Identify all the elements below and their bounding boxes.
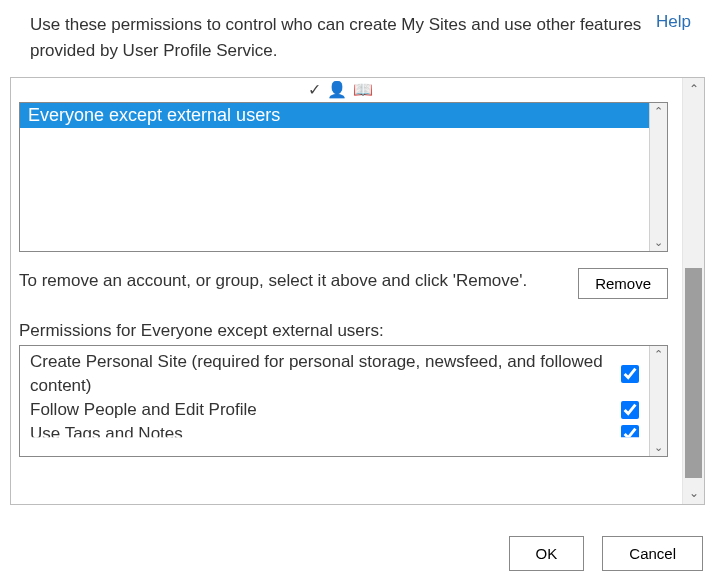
permissions-scrollbar[interactable]: ⌃ ⌄ — [649, 346, 667, 456]
cancel-button[interactable]: Cancel — [602, 536, 703, 571]
scroll-up-icon[interactable]: ⌃ — [689, 78, 699, 100]
permission-checkbox[interactable] — [621, 425, 639, 443]
permission-label: Create Personal Site (required for perso… — [30, 350, 611, 398]
scroll-down-icon[interactable]: ⌄ — [654, 234, 663, 251]
permissions-panel: ✓👤📖 Everyone except external users ⌃ ⌄ T… — [10, 77, 705, 505]
remove-button[interactable]: Remove — [578, 268, 668, 299]
checknames-icon[interactable]: ✓👤 — [308, 81, 353, 98]
ok-button[interactable]: OK — [509, 536, 585, 571]
help-link[interactable]: Help — [656, 12, 695, 63]
dialog-buttons: OK Cancel — [509, 536, 703, 571]
addressbook-icon[interactable]: 📖 — [353, 81, 379, 98]
permission-checkbox[interactable] — [621, 401, 639, 419]
permissions-label: Permissions for Everyone except external… — [19, 321, 668, 341]
account-listbox[interactable]: Everyone except external users ⌃ ⌄ — [19, 102, 668, 252]
account-item-selected[interactable]: Everyone except external users — [20, 103, 649, 128]
permission-label: Use Tags and Notes — [30, 422, 611, 446]
scroll-down-icon[interactable]: ⌄ — [689, 482, 699, 504]
permission-checkbox[interactable] — [621, 365, 639, 383]
permission-label: Follow People and Edit Profile — [30, 398, 611, 422]
permissions-listbox[interactable]: Create Personal Site (required for perso… — [19, 345, 668, 457]
panel-scrollbar[interactable]: ⌃ ⌄ — [682, 78, 704, 504]
remove-instruction: To remove an account, or group, select i… — [19, 268, 562, 299]
page-description: Use these permissions to control who can… — [30, 12, 644, 63]
scrollbar-thumb[interactable] — [685, 268, 702, 478]
permission-row[interactable]: Create Personal Site (required for perso… — [30, 350, 645, 398]
permission-row[interactable]: Use Tags and Notes — [30, 422, 645, 446]
people-picker-toolbar: ✓👤📖 — [19, 78, 668, 102]
scroll-up-icon[interactable]: ⌃ — [654, 346, 663, 363]
scroll-up-icon[interactable]: ⌃ — [654, 103, 663, 120]
account-listbox-scrollbar[interactable]: ⌃ ⌄ — [649, 103, 667, 251]
scroll-down-icon[interactable]: ⌄ — [654, 439, 663, 456]
permission-row[interactable]: Follow People and Edit Profile — [30, 398, 645, 422]
